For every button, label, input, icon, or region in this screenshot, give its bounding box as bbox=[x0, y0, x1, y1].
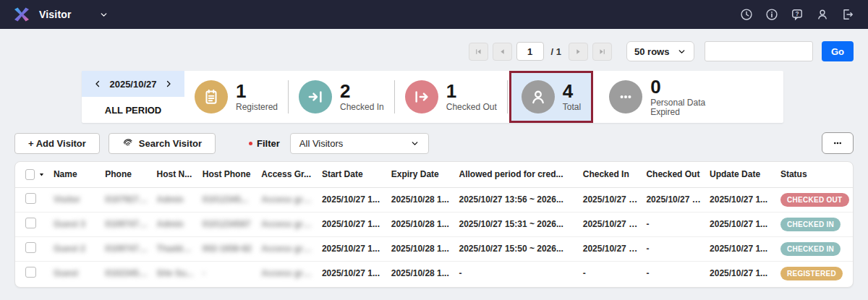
table-row[interactable]: Visitor 010792792 Admin 01012345... Acce… bbox=[15, 187, 853, 212]
header-caret-icon[interactable] bbox=[38, 171, 45, 178]
col-header-update-date[interactable]: Update Date bbox=[705, 162, 776, 187]
checked-out-count: 1 bbox=[446, 82, 497, 101]
checked-out-label: Checked Out bbox=[446, 103, 497, 112]
arrow-out-icon bbox=[405, 80, 438, 113]
cell-update-date: 2025/10/27 1... bbox=[705, 236, 776, 261]
pagination-bar: / 1 50 rows Go bbox=[14, 41, 854, 61]
table-row[interactable]: Guest 3 01097472... Admin 0101234567 Acc… bbox=[15, 212, 853, 236]
cell-host-phone: 002-1656-82 bbox=[198, 236, 258, 261]
first-page-icon[interactable] bbox=[469, 43, 488, 61]
prev-page-icon[interactable] bbox=[493, 43, 512, 61]
stat-card-registered[interactable]: 1 Registered bbox=[184, 71, 288, 123]
cell-access-group: Access gro... bbox=[257, 236, 318, 261]
cell-name: Guest 3 bbox=[49, 212, 101, 236]
status-badge: CHECKED IN bbox=[780, 218, 841, 231]
cell-checked-in: 2025/10/27 1... bbox=[579, 212, 642, 236]
cell-allowed-period: 2025/10/27 13:56 ~ 2026... bbox=[454, 187, 578, 212]
personal-data-expired-label: Personal Data Expired bbox=[650, 98, 720, 116]
row-checkbox[interactable] bbox=[25, 218, 36, 228]
checked-in-label: Checked In bbox=[340, 103, 384, 112]
cell-access-group: Access gro... bbox=[257, 212, 318, 236]
col-header-expiry-date[interactable]: Expiry Date bbox=[387, 162, 455, 187]
row-checkbox[interactable] bbox=[25, 193, 36, 204]
app-logo-icon[interactable] bbox=[13, 6, 30, 23]
arrow-in-icon bbox=[299, 80, 332, 113]
row-checkbox[interactable] bbox=[25, 242, 36, 253]
divider bbox=[507, 80, 508, 113]
visitor-table-panel: Name Phone Host N... Host Phone Access G… bbox=[14, 161, 854, 288]
cell-allowed-period: - bbox=[454, 261, 578, 286]
clock-icon[interactable] bbox=[739, 7, 754, 22]
next-page-icon[interactable] bbox=[569, 43, 588, 61]
prev-date-icon[interactable] bbox=[93, 80, 102, 88]
status-badge: REGISTERED bbox=[780, 267, 843, 280]
date-selector: 2025/10/27 ALL PERIOD bbox=[82, 71, 184, 123]
ellipsis-icon bbox=[609, 80, 642, 113]
cell-allowed-period: 2025/10/27 15:31 ~ 2026... bbox=[454, 212, 578, 236]
user-icon[interactable] bbox=[815, 7, 830, 22]
stat-card-checked-out[interactable]: 1 Checked Out bbox=[395, 71, 507, 123]
chevron-down-icon bbox=[677, 47, 686, 56]
col-header-start-date[interactable]: Start Date bbox=[318, 162, 387, 187]
go-button[interactable]: Go bbox=[822, 41, 854, 61]
visitor-stats-bar: 2025/10/27 ALL PERIOD 1 Registered 2 bbox=[82, 71, 783, 123]
filter-label: Filter bbox=[257, 138, 280, 149]
rows-per-page-select[interactable]: 50 rows bbox=[626, 41, 694, 61]
filter-group: Filter bbox=[249, 138, 280, 149]
cell-checked-in: 2025/10/27 1... bbox=[579, 236, 642, 261]
add-visitor-button[interactable]: + Add Visitor bbox=[14, 133, 100, 154]
stat-card-personal-data-expired[interactable]: 0 Personal Data Expired bbox=[599, 71, 730, 123]
page-number-input[interactable] bbox=[516, 42, 544, 61]
col-header-checked-out[interactable]: Checked Out bbox=[642, 162, 705, 187]
col-header-phone[interactable]: Phone bbox=[101, 162, 152, 187]
checked-in-count: 2 bbox=[340, 82, 384, 101]
all-period-toggle[interactable]: ALL PERIOD bbox=[82, 97, 184, 123]
more-options-button[interactable] bbox=[822, 132, 854, 154]
total-count: 4 bbox=[563, 82, 581, 101]
cell-expiry-date: 2025/10/28 1... bbox=[387, 187, 455, 212]
svg-text:?: ? bbox=[795, 10, 799, 17]
col-header-allowed-period[interactable]: Allowed period for cred... bbox=[454, 162, 578, 187]
cell-host-name: Thadde... bbox=[153, 236, 198, 261]
cell-name: Guest bbox=[49, 261, 101, 286]
next-date-icon[interactable] bbox=[164, 80, 173, 88]
info-icon[interactable] bbox=[765, 7, 779, 22]
chevron-down-icon bbox=[410, 139, 420, 148]
table-row[interactable]: Guest 01023456... Site Su... - Access gr… bbox=[15, 261, 853, 286]
cell-allowed-period: 2025/10/27 15:50 ~ 2026... bbox=[454, 236, 578, 261]
col-header-status[interactable]: Status bbox=[776, 162, 853, 187]
help-icon[interactable]: ? bbox=[790, 7, 804, 22]
status-badge: CHECKED IN bbox=[780, 242, 841, 256]
last-page-icon[interactable] bbox=[592, 43, 612, 61]
cell-expiry-date: 2025/10/28 1... bbox=[387, 212, 455, 236]
visitor-table: Name Phone Host N... Host Phone Access G… bbox=[15, 162, 853, 286]
col-header-checked-in[interactable]: Checked In bbox=[579, 162, 642, 187]
cell-start-date: 2025/10/27 1... bbox=[318, 261, 387, 286]
col-header-host-phone[interactable]: Host Phone bbox=[198, 162, 258, 187]
cell-checked-in: - bbox=[579, 261, 642, 286]
col-header-host-name[interactable]: Host N... bbox=[153, 162, 198, 187]
col-header-access-group[interactable]: Access Gr... bbox=[257, 162, 318, 187]
visitor-filter-select[interactable]: All Visitors bbox=[290, 133, 429, 154]
cell-expiry-date: 2025/10/28 1... bbox=[387, 236, 455, 261]
table-row[interactable]: Guest 2 01097472... Thadde... 002-1656-8… bbox=[15, 236, 853, 261]
stat-card-total[interactable]: 4 Total bbox=[509, 71, 593, 123]
ellipsis-icon bbox=[831, 137, 844, 150]
cell-phone: 01023456... bbox=[101, 261, 152, 286]
menu-chevron-down-icon[interactable] bbox=[99, 10, 109, 20]
cell-start-date: 2025/10/27 1... bbox=[318, 212, 387, 236]
cell-phone: 010792792 bbox=[101, 187, 152, 212]
status-badge: CHECKED OUT bbox=[780, 193, 849, 207]
search-visitor-button[interactable]: Search Visitor bbox=[109, 133, 216, 154]
cell-host-name: Admin bbox=[153, 187, 198, 212]
select-all-checkbox[interactable] bbox=[25, 169, 35, 180]
col-header-name[interactable]: Name bbox=[49, 162, 101, 187]
stat-card-checked-in[interactable]: 2 Checked In bbox=[289, 71, 394, 123]
logout-icon[interactable] bbox=[841, 7, 855, 22]
cell-access-group: Access gro... bbox=[257, 187, 318, 212]
cell-start-date: 2025/10/27 1... bbox=[318, 187, 387, 212]
filter-required-dot bbox=[249, 142, 252, 145]
cell-name: Visitor bbox=[49, 187, 101, 212]
row-checkbox[interactable] bbox=[25, 267, 36, 278]
search-input[interactable] bbox=[705, 41, 813, 61]
